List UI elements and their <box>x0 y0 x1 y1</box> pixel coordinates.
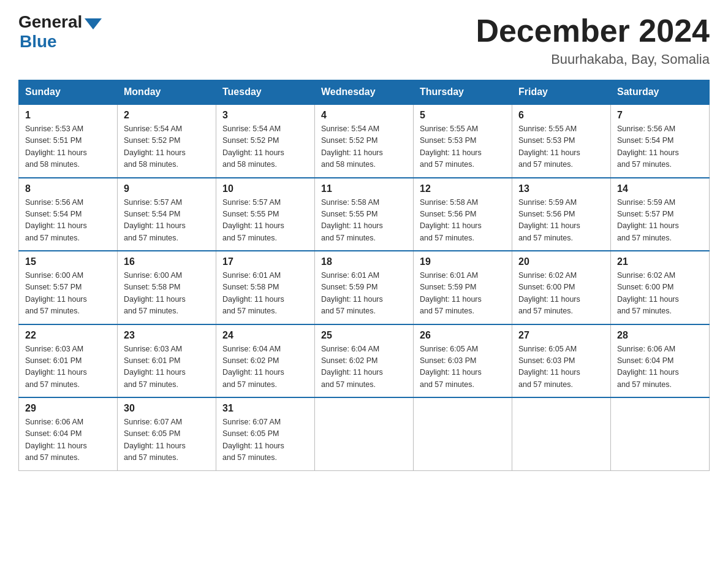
day-number: 31 <box>222 403 308 414</box>
day-info: Sunrise: 6:02 AMSunset: 6:00 PMDaylight:… <box>617 270 703 318</box>
calendar-cell: 8Sunrise: 5:56 AMSunset: 5:54 PMDaylight… <box>19 178 118 251</box>
day-number: 9 <box>124 183 210 194</box>
day-info: Sunrise: 6:06 AMSunset: 6:04 PMDaylight:… <box>25 416 111 464</box>
calendar-cell <box>414 397 512 470</box>
calendar-header-thursday: Thursday <box>414 80 512 105</box>
calendar-cell: 29Sunrise: 6:06 AMSunset: 6:04 PMDayligh… <box>19 397 118 470</box>
day-number: 11 <box>321 183 407 194</box>
day-info: Sunrise: 5:54 AMSunset: 5:52 PMDaylight:… <box>321 123 407 171</box>
day-number: 23 <box>124 330 210 341</box>
calendar-cell: 13Sunrise: 5:59 AMSunset: 5:56 PMDayligh… <box>512 178 611 251</box>
day-number: 20 <box>518 256 604 267</box>
calendar-cell: 15Sunrise: 6:00 AMSunset: 5:57 PMDayligh… <box>19 251 118 324</box>
calendar-cell: 1Sunrise: 5:53 AMSunset: 5:51 PMDaylight… <box>19 104 118 178</box>
calendar-cell: 19Sunrise: 6:01 AMSunset: 5:59 PMDayligh… <box>414 251 512 324</box>
day-number: 28 <box>617 330 703 341</box>
calendar-cell: 27Sunrise: 6:05 AMSunset: 6:03 PMDayligh… <box>512 324 611 398</box>
calendar-header-sunday: Sunday <box>19 80 118 105</box>
day-info: Sunrise: 5:53 AMSunset: 5:51 PMDaylight:… <box>25 123 111 171</box>
day-info: Sunrise: 6:07 AMSunset: 6:05 PMDaylight:… <box>222 416 308 464</box>
calendar-header-monday: Monday <box>118 80 216 105</box>
calendar-cell: 26Sunrise: 6:05 AMSunset: 6:03 PMDayligh… <box>414 324 512 398</box>
day-number: 13 <box>518 183 604 194</box>
calendar-cell: 17Sunrise: 6:01 AMSunset: 5:58 PMDayligh… <box>216 251 315 324</box>
week-row-1: 1Sunrise: 5:53 AMSunset: 5:51 PMDaylight… <box>19 104 710 178</box>
day-info: Sunrise: 6:02 AMSunset: 6:00 PMDaylight:… <box>518 270 604 318</box>
calendar-cell: 30Sunrise: 6:07 AMSunset: 6:05 PMDayligh… <box>118 397 216 470</box>
day-number: 17 <box>222 256 308 267</box>
week-row-2: 8Sunrise: 5:56 AMSunset: 5:54 PMDaylight… <box>19 178 710 251</box>
title-section: December 2024 Buurhakaba, Bay, Somalia <box>476 12 710 67</box>
calendar-header-wednesday: Wednesday <box>315 80 414 105</box>
logo-blue-text: Blue <box>20 32 57 52</box>
day-info: Sunrise: 5:54 AMSunset: 5:52 PMDaylight:… <box>222 123 308 171</box>
calendar-cell: 18Sunrise: 6:01 AMSunset: 5:59 PMDayligh… <box>315 251 414 324</box>
calendar-cell: 9Sunrise: 5:57 AMSunset: 5:54 PMDaylight… <box>118 178 216 251</box>
day-number: 6 <box>518 110 604 121</box>
day-number: 16 <box>124 256 210 267</box>
calendar-cell <box>315 397 414 470</box>
week-row-4: 22Sunrise: 6:03 AMSunset: 6:01 PMDayligh… <box>19 324 710 398</box>
day-info: Sunrise: 6:01 AMSunset: 5:59 PMDaylight:… <box>321 270 407 318</box>
calendar-header-friday: Friday <box>512 80 611 105</box>
day-number: 15 <box>25 256 111 267</box>
day-info: Sunrise: 6:05 AMSunset: 6:03 PMDaylight:… <box>518 343 604 391</box>
calendar-cell: 21Sunrise: 6:02 AMSunset: 6:00 PMDayligh… <box>611 251 710 324</box>
week-row-3: 15Sunrise: 6:00 AMSunset: 5:57 PMDayligh… <box>19 251 710 324</box>
day-info: Sunrise: 6:00 AMSunset: 5:57 PMDaylight:… <box>25 270 111 318</box>
day-number: 19 <box>420 256 506 267</box>
calendar-cell: 14Sunrise: 5:59 AMSunset: 5:57 PMDayligh… <box>611 178 710 251</box>
day-number: 25 <box>321 330 407 341</box>
calendar-cell: 4Sunrise: 5:54 AMSunset: 5:52 PMDaylight… <box>315 104 414 178</box>
day-info: Sunrise: 5:58 AMSunset: 5:56 PMDaylight:… <box>420 197 506 245</box>
calendar-cell: 31Sunrise: 6:07 AMSunset: 6:05 PMDayligh… <box>216 397 315 470</box>
calendar-cell: 6Sunrise: 5:55 AMSunset: 5:53 PMDaylight… <box>512 104 611 178</box>
day-number: 5 <box>420 110 506 121</box>
day-number: 2 <box>124 110 210 121</box>
calendar-cell: 5Sunrise: 5:55 AMSunset: 5:53 PMDaylight… <box>414 104 512 178</box>
calendar-cell: 20Sunrise: 6:02 AMSunset: 6:00 PMDayligh… <box>512 251 611 324</box>
day-number: 27 <box>518 330 604 341</box>
day-number: 3 <box>222 110 308 121</box>
day-info: Sunrise: 5:56 AMSunset: 5:54 PMDaylight:… <box>617 123 703 171</box>
day-number: 18 <box>321 256 407 267</box>
day-info: Sunrise: 6:06 AMSunset: 6:04 PMDaylight:… <box>617 343 703 391</box>
calendar-cell: 23Sunrise: 6:03 AMSunset: 6:01 PMDayligh… <box>118 324 216 398</box>
day-info: Sunrise: 6:01 AMSunset: 5:59 PMDaylight:… <box>420 270 506 318</box>
day-info: Sunrise: 5:57 AMSunset: 5:55 PMDaylight:… <box>222 197 308 245</box>
day-number: 26 <box>420 330 506 341</box>
day-info: Sunrise: 5:56 AMSunset: 5:54 PMDaylight:… <box>25 197 111 245</box>
day-info: Sunrise: 5:57 AMSunset: 5:54 PMDaylight:… <box>124 197 210 245</box>
day-info: Sunrise: 5:55 AMSunset: 5:53 PMDaylight:… <box>518 123 604 171</box>
calendar-header-saturday: Saturday <box>611 80 710 105</box>
day-number: 24 <box>222 330 308 341</box>
week-row-5: 29Sunrise: 6:06 AMSunset: 6:04 PMDayligh… <box>19 397 710 470</box>
calendar-table: SundayMondayTuesdayWednesdayThursdayFrid… <box>18 80 710 471</box>
page-header: General Blue December 2024 Buurhakaba, B… <box>18 12 710 67</box>
day-info: Sunrise: 5:54 AMSunset: 5:52 PMDaylight:… <box>124 123 210 171</box>
day-number: 8 <box>25 183 111 194</box>
logo-general-text: General <box>18 12 82 32</box>
logo: General Blue <box>18 12 102 52</box>
calendar-cell: 2Sunrise: 5:54 AMSunset: 5:52 PMDaylight… <box>118 104 216 178</box>
day-info: Sunrise: 6:03 AMSunset: 6:01 PMDaylight:… <box>124 343 210 391</box>
calendar-cell: 22Sunrise: 6:03 AMSunset: 6:01 PMDayligh… <box>19 324 118 398</box>
day-number: 21 <box>617 256 703 267</box>
day-number: 1 <box>25 110 111 121</box>
calendar-cell: 10Sunrise: 5:57 AMSunset: 5:55 PMDayligh… <box>216 178 315 251</box>
calendar-cell: 24Sunrise: 6:04 AMSunset: 6:02 PMDayligh… <box>216 324 315 398</box>
logo-arrow-icon <box>85 18 102 29</box>
day-info: Sunrise: 5:59 AMSunset: 5:56 PMDaylight:… <box>518 197 604 245</box>
day-info: Sunrise: 6:00 AMSunset: 5:58 PMDaylight:… <box>124 270 210 318</box>
day-number: 12 <box>420 183 506 194</box>
calendar-cell: 7Sunrise: 5:56 AMSunset: 5:54 PMDaylight… <box>611 104 710 178</box>
day-info: Sunrise: 6:07 AMSunset: 6:05 PMDaylight:… <box>124 416 210 464</box>
day-info: Sunrise: 5:59 AMSunset: 5:57 PMDaylight:… <box>617 197 703 245</box>
day-number: 10 <box>222 183 308 194</box>
day-number: 14 <box>617 183 703 194</box>
day-number: 4 <box>321 110 407 121</box>
month-title: December 2024 <box>476 12 710 49</box>
day-info: Sunrise: 5:58 AMSunset: 5:55 PMDaylight:… <box>321 197 407 245</box>
calendar-cell: 25Sunrise: 6:04 AMSunset: 6:02 PMDayligh… <box>315 324 414 398</box>
calendar-header-tuesday: Tuesday <box>216 80 315 105</box>
